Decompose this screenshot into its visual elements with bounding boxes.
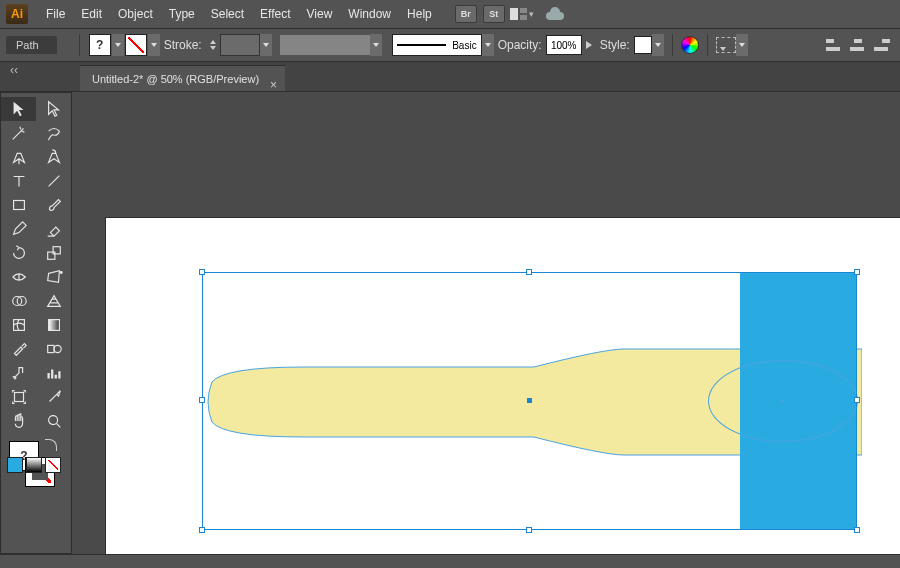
svg-rect-3 bbox=[13, 201, 24, 210]
resize-handle-ml[interactable] bbox=[199, 397, 205, 403]
column-graph-tool[interactable] bbox=[36, 361, 71, 385]
stroke-dropdown[interactable] bbox=[148, 34, 160, 56]
gradient-tool[interactable] bbox=[36, 313, 71, 337]
tools-panel: ? bbox=[0, 92, 72, 554]
stroke-weight-input[interactable] bbox=[220, 34, 260, 56]
document-tabs: Untitled-2* @ 50% (RGB/Preview) × bbox=[0, 62, 900, 92]
menu-edit[interactable]: Edit bbox=[73, 0, 110, 28]
opacity-slider-btn[interactable] bbox=[582, 34, 596, 56]
selection-tool[interactable] bbox=[1, 97, 36, 121]
eyedropper-tool[interactable] bbox=[1, 337, 36, 361]
resize-handle-bl[interactable] bbox=[199, 527, 205, 533]
svg-rect-5 bbox=[53, 247, 60, 254]
menu-select[interactable]: Select bbox=[203, 0, 252, 28]
align-to-dropdown[interactable] bbox=[716, 37, 736, 53]
svg-rect-2 bbox=[520, 15, 527, 20]
free-transform-tool[interactable] bbox=[36, 265, 71, 289]
eraser-tool[interactable] bbox=[36, 217, 71, 241]
hand-tool[interactable] bbox=[1, 409, 36, 433]
scale-tool[interactable] bbox=[36, 241, 71, 265]
direct-selection-tool[interactable] bbox=[36, 97, 71, 121]
bridge-button[interactable]: Br bbox=[455, 5, 477, 23]
brush-caret[interactable] bbox=[482, 34, 494, 56]
paintbrush-tool[interactable] bbox=[36, 193, 71, 217]
mesh-tool[interactable] bbox=[1, 313, 36, 337]
opacity-label: Opacity: bbox=[498, 38, 542, 52]
selection-center-icon bbox=[527, 398, 532, 403]
resize-handle-mr[interactable] bbox=[854, 397, 860, 403]
svg-rect-10 bbox=[48, 320, 59, 331]
align-center-button[interactable] bbox=[850, 38, 866, 52]
selection-bounding-box[interactable] bbox=[202, 272, 857, 530]
menu-effect[interactable]: Effect bbox=[252, 0, 298, 28]
brush-dropdown[interactable]: Basic bbox=[392, 34, 482, 56]
magic-wand-tool[interactable] bbox=[1, 121, 36, 145]
align-to-caret[interactable] bbox=[736, 34, 748, 56]
svg-point-14 bbox=[48, 416, 57, 425]
stroke-weight-stepper[interactable] bbox=[206, 34, 220, 56]
resize-handle-br[interactable] bbox=[854, 527, 860, 533]
stock-button[interactable]: St bbox=[483, 5, 505, 23]
symbol-sprayer-tool[interactable] bbox=[1, 361, 36, 385]
menu-type[interactable]: Type bbox=[161, 0, 203, 28]
resize-handle-bm[interactable] bbox=[526, 527, 532, 533]
fill-swatch[interactable]: ? bbox=[89, 34, 111, 56]
brush-name: Basic bbox=[452, 40, 476, 51]
pen-tool[interactable] bbox=[1, 145, 36, 169]
width-tool[interactable] bbox=[1, 265, 36, 289]
line-tool[interactable] bbox=[36, 169, 71, 193]
color-mode-solid[interactable] bbox=[7, 457, 23, 473]
canvas-area[interactable] bbox=[72, 92, 900, 554]
svg-rect-1 bbox=[520, 8, 527, 13]
resize-handle-tm[interactable] bbox=[526, 269, 532, 275]
slice-tool[interactable] bbox=[36, 385, 71, 409]
stroke-label: Stroke: bbox=[164, 38, 202, 52]
rotate-tool[interactable] bbox=[1, 241, 36, 265]
svg-rect-13 bbox=[14, 393, 23, 402]
shape-builder-tool[interactable] bbox=[1, 289, 36, 313]
stroke-swatch[interactable] bbox=[125, 34, 147, 56]
lasso-tool[interactable] bbox=[36, 121, 71, 145]
color-mode-none[interactable] bbox=[45, 457, 61, 473]
document-tab[interactable]: Untitled-2* @ 50% (RGB/Preview) × bbox=[80, 65, 285, 91]
sync-icon[interactable] bbox=[544, 6, 568, 22]
align-left-button[interactable] bbox=[826, 38, 842, 52]
svg-rect-0 bbox=[510, 8, 518, 20]
perspective-grid-tool[interactable] bbox=[36, 289, 71, 313]
artboard-tool[interactable] bbox=[1, 385, 36, 409]
zoom-tool[interactable] bbox=[36, 409, 71, 433]
svg-point-6 bbox=[60, 272, 62, 274]
menu-window[interactable]: Window bbox=[340, 0, 399, 28]
graphic-style-dropdown[interactable] bbox=[652, 34, 664, 56]
menu-file[interactable]: File bbox=[38, 0, 73, 28]
width-profile-caret[interactable] bbox=[370, 34, 382, 56]
blend-tool[interactable] bbox=[36, 337, 71, 361]
swap-fill-stroke-icon[interactable] bbox=[45, 439, 57, 451]
resize-handle-tl[interactable] bbox=[199, 269, 205, 275]
stroke-weight-dropdown[interactable] bbox=[260, 34, 272, 56]
curvature-tool[interactable] bbox=[36, 145, 71, 169]
arrange-documents-button[interactable]: ▾ bbox=[510, 5, 534, 23]
svg-rect-4 bbox=[47, 252, 54, 259]
app-logo: Ai bbox=[6, 4, 28, 24]
pencil-tool[interactable] bbox=[1, 217, 36, 241]
width-profile-dropdown[interactable] bbox=[280, 35, 370, 55]
recolor-artwork-button[interactable] bbox=[681, 36, 699, 54]
type-tool[interactable] bbox=[1, 169, 36, 193]
brush-preview-icon bbox=[397, 44, 447, 46]
collapse-panels-button[interactable]: ‹‹ bbox=[0, 62, 28, 78]
status-bar bbox=[0, 554, 900, 568]
style-label: Style: bbox=[600, 38, 630, 52]
chevron-down-icon: ▾ bbox=[529, 9, 534, 19]
color-mode-gradient[interactable] bbox=[26, 457, 42, 473]
resize-handle-tr[interactable] bbox=[854, 269, 860, 275]
graphic-style-swatch[interactable] bbox=[634, 36, 652, 54]
rectangle-tool[interactable] bbox=[1, 193, 36, 217]
document-tab-title: Untitled-2* @ 50% (RGB/Preview) bbox=[92, 73, 259, 85]
fill-dropdown[interactable] bbox=[112, 34, 124, 56]
menu-view[interactable]: View bbox=[299, 0, 341, 28]
opacity-input[interactable]: 100% bbox=[546, 35, 582, 55]
menu-help[interactable]: Help bbox=[399, 0, 440, 28]
align-right-button[interactable] bbox=[874, 38, 890, 52]
menu-object[interactable]: Object bbox=[110, 0, 161, 28]
